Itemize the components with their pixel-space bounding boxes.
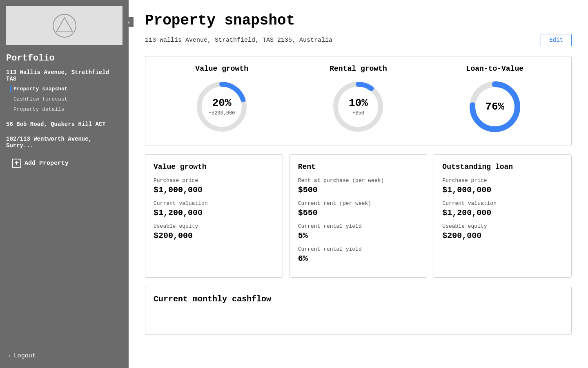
gauge-loan-to-value-percent: 76% <box>485 101 504 113</box>
card-value-growth-title: Value growth <box>154 163 274 171</box>
card-ol-value-1: $1,200,000 <box>442 208 563 218</box>
card-rent-value-2: 5% <box>298 231 419 240</box>
gauge-loan-to-value-center: 76% <box>485 101 504 113</box>
gauge-loan-to-value-chart: 76% <box>464 76 526 137</box>
card-rent: Rent Rent at purchase (per week) $500 Cu… <box>290 154 428 278</box>
card-ol-value-0: $1,000,000 <box>442 185 563 195</box>
sidebar-item-property-details[interactable]: Property details <box>10 104 122 114</box>
card-outstanding-loan: Outstanding loan Purchase price $1,000,0… <box>434 154 572 278</box>
gauge-loan-to-value-title: Loan-to-Value <box>466 65 523 73</box>
page-title: Property snapshot <box>145 12 572 29</box>
main-content: Property snapshot 113 Wallis Avenue, Str… <box>129 0 588 368</box>
property-group-3: 102/113 Wentworth Avenue, Surry... <box>6 134 122 150</box>
logo <box>6 6 122 45</box>
gauge-section: Value growth 20% +$200,000 Rental growth <box>145 56 572 146</box>
cashflow-title: Current monthly cashflow <box>154 294 563 304</box>
logo-icon <box>52 13 77 38</box>
gauge-rental-growth-sub: +$50 <box>352 110 364 116</box>
property-name-2[interactable]: 56 Bob Road, Quakers Hill ACT <box>6 119 122 129</box>
gauge-rental-growth-title: Rental growth <box>330 65 387 73</box>
property-group-2: 56 Bob Road, Quakers Hill ACT <box>6 119 122 129</box>
sidebar: ‹ Portfolio 113 Wallis Avenue, Strathfie… <box>0 0 129 368</box>
card-ol-value-2: $200,000 <box>442 231 563 240</box>
add-property-icon: + <box>12 159 21 168</box>
card-vg-label-2: Useable equity <box>154 223 274 229</box>
add-property-label: Add Property <box>24 160 69 167</box>
portfolio-title: Portfolio <box>0 45 129 67</box>
card-rent-value-1: $550 <box>298 208 419 218</box>
gauge-rental-growth: Rental growth 10% +$50 <box>327 65 389 137</box>
card-rent-label-1: Current rent (per week) <box>298 200 419 206</box>
sidebar-nav: 113 Wallis Avenue, Strathfield TAS Prope… <box>0 67 129 343</box>
sidebar-item-cashflow-forecast[interactable]: Cashflow forecast <box>10 94 122 104</box>
svg-marker-1 <box>56 18 73 32</box>
gauge-rental-growth-percent: 10% <box>349 97 368 109</box>
property-name-1[interactable]: 113 Wallis Avenue, Strathfield TAS <box>6 67 122 84</box>
sidebar-footer: → Logout <box>0 343 129 368</box>
card-rent-label-3: Current rental yield <box>298 246 419 252</box>
property-group-1: 113 Wallis Avenue, Strathfield TAS Prope… <box>6 67 122 114</box>
card-vg-label-1: Current valuation <box>154 200 274 206</box>
sidebar-collapse-button[interactable]: ‹ <box>124 17 134 27</box>
edit-button[interactable]: Edit <box>541 34 572 46</box>
address-row: 113 Wallis Avenue, Strathfield, TAS 2135… <box>145 34 572 46</box>
card-rent-label-2: Current rental yield <box>298 223 419 229</box>
card-vg-value-1: $1,200,000 <box>154 208 274 218</box>
gauge-value-growth: Value growth 20% +$200,000 <box>191 65 252 137</box>
add-property-button[interactable]: + Add Property <box>6 155 122 171</box>
card-vg-value-0: $1,000,000 <box>154 185 274 195</box>
card-ol-label-2: Useable equity <box>442 223 563 229</box>
property-subnav-1: Property snapshot Cashflow forecast Prop… <box>6 84 122 114</box>
gauge-value-growth-sub: +$200,000 <box>209 110 235 116</box>
logout-icon: → <box>6 352 11 360</box>
card-rent-title: Rent <box>298 163 419 171</box>
card-ol-label-1: Current valuation <box>442 200 563 206</box>
gauge-value-growth-title: Value growth <box>195 65 248 73</box>
property-name-3[interactable]: 102/113 Wentworth Avenue, Surry... <box>6 134 122 150</box>
gauge-value-growth-percent: 20% <box>209 97 235 109</box>
logout-label: Logout <box>14 352 36 359</box>
sidebar-item-property-snapshot[interactable]: Property snapshot <box>10 84 122 94</box>
cards-section: Value growth Purchase price $1,000,000 C… <box>145 154 572 278</box>
gauge-value-growth-chart: 20% +$200,000 <box>191 76 252 137</box>
card-rent-value-0: $500 <box>298 185 419 195</box>
gauge-rental-growth-center: 10% +$50 <box>349 97 368 117</box>
card-outstanding-loan-title: Outstanding loan <box>442 163 563 171</box>
card-ol-label-0: Purchase price <box>442 177 563 184</box>
card-vg-label-0: Purchase price <box>154 177 274 184</box>
gauge-rental-growth-chart: 10% +$50 <box>327 76 389 137</box>
card-rent-value-3: 6% <box>298 254 419 263</box>
logout-button[interactable]: → Logout <box>6 352 36 360</box>
card-vg-value-2: $200,000 <box>154 231 274 240</box>
card-value-growth: Value growth Purchase price $1,000,000 C… <box>145 154 283 278</box>
card-rent-label-0: Rent at purchase (per week) <box>298 177 419 184</box>
cashflow-section: Current monthly cashflow <box>145 286 572 335</box>
gauge-value-growth-center: 20% +$200,000 <box>209 97 235 117</box>
gauge-loan-to-value: Loan-to-Value 76% <box>464 65 526 137</box>
property-address: 113 Wallis Avenue, Strathfield, TAS 2135… <box>145 37 332 44</box>
